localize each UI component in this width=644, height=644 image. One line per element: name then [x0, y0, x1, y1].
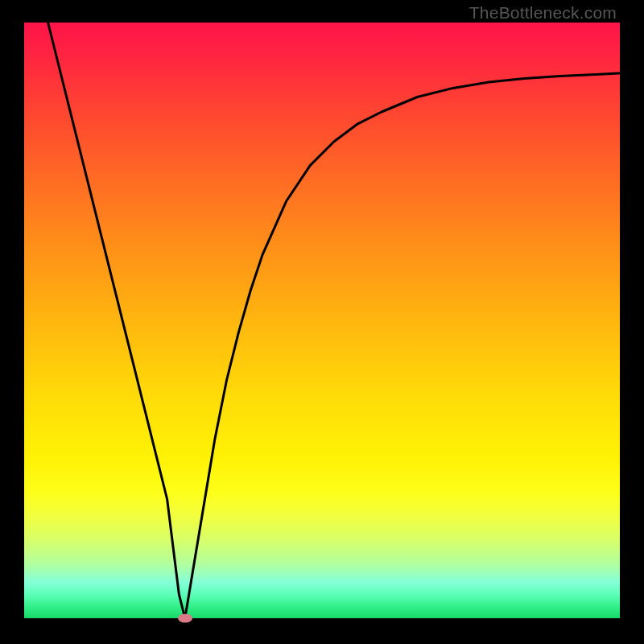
plot-area — [24, 23, 620, 618]
curve-svg — [24, 23, 620, 618]
watermark-text: TheBottleneck.com — [469, 3, 617, 23]
bottleneck-curve — [48, 23, 620, 618]
chart-frame: TheBottleneck.com — [0, 0, 644, 644]
minimum-marker — [178, 614, 192, 623]
